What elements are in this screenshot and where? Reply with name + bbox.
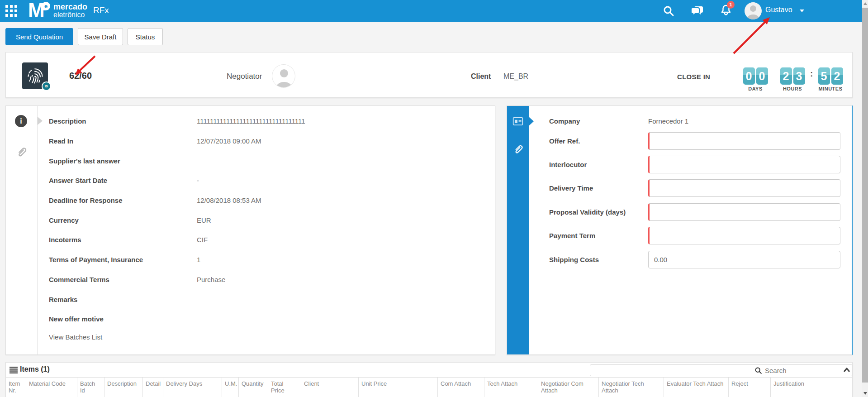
col-description: Description bbox=[104, 378, 143, 397]
countdown-minutes: 5 2 MINUTES bbox=[817, 67, 844, 91]
items-table-header: Item Nr. Material Code Batch Id Descript… bbox=[6, 378, 852, 397]
col-reject: Reject bbox=[729, 378, 771, 397]
countdown-hours: 2 3 HOURS bbox=[779, 67, 806, 91]
quotation-form-tab-icon[interactable] bbox=[512, 115, 524, 127]
col-justification: Justification bbox=[771, 378, 853, 397]
app-title: RFx bbox=[93, 5, 109, 15]
id-badge: ID bbox=[42, 81, 51, 91]
col-batch-id: Batch Id bbox=[77, 378, 104, 397]
brand-name: mercado eletrônico bbox=[53, 3, 87, 19]
field-row-deadline: Deadline for Response12/08/2018 08:53 AM bbox=[49, 191, 486, 210]
field-row-description: Description11111111111111111111111111111… bbox=[49, 111, 486, 131]
collapse-items-chevron-up-icon[interactable] bbox=[843, 367, 850, 373]
attachments-tab-icon[interactable] bbox=[15, 146, 28, 158]
client-label: Client bbox=[471, 72, 491, 81]
user-avatar[interactable] bbox=[745, 2, 762, 19]
field-row-new-offer-motive: New offer motive bbox=[49, 309, 486, 329]
close-in-label: CLOSE IN bbox=[677, 73, 710, 81]
app-grid-icon[interactable] bbox=[5, 5, 17, 17]
col-item-nr: Item Nr. bbox=[6, 378, 26, 397]
col-material-code: Material Code bbox=[26, 378, 77, 397]
items-header-row: Items (1) bbox=[6, 363, 852, 378]
rfx-page: M e mercado eletrônico RFx 1 bbox=[0, 0, 868, 397]
interlocutor-field[interactable] bbox=[648, 156, 840, 173]
search-icon bbox=[754, 367, 762, 374]
col-com-attach: Com Attach bbox=[438, 378, 484, 397]
list-icon bbox=[9, 367, 18, 373]
field-row-supplier-last-answer: Supplier's last answer bbox=[49, 151, 486, 171]
negotiator-avatar bbox=[272, 64, 295, 88]
company-row: Company Fornecedor 1 bbox=[549, 112, 840, 130]
user-menu[interactable]: Gustavo bbox=[765, 6, 792, 14]
interlocutor-row: Interlocutor bbox=[549, 156, 840, 173]
chevron-down-icon[interactable] bbox=[800, 10, 804, 12]
col-tech-attach: Tech Attach bbox=[484, 378, 538, 397]
col-quantity: Quantity bbox=[239, 378, 268, 397]
items-section: Items (1) Item Nr. Material Code Batch I… bbox=[5, 362, 853, 397]
col-detail: Detail bbox=[143, 378, 163, 397]
delivery-time-row: Delivery Time bbox=[549, 179, 840, 197]
rfx-number: 62/60 bbox=[69, 71, 92, 81]
col-client: Client bbox=[301, 378, 359, 397]
client-value: ME_BR bbox=[503, 72, 528, 81]
shipping-costs-field[interactable] bbox=[648, 251, 840, 268]
fingerprint-id-icon: ID bbox=[22, 62, 48, 89]
col-negotiatior-com-attach: Negotiatior Com Attach bbox=[538, 378, 599, 397]
col-um: U.M. bbox=[222, 378, 239, 397]
field-row-incoterms: IncotermsCIF bbox=[49, 230, 486, 250]
quotation-form-panel: Company Fornecedor 1 Offer Ref. Interloc… bbox=[507, 105, 853, 355]
notification-count-badge: 1 bbox=[727, 1, 735, 9]
details-tab-rail: i bbox=[6, 106, 38, 354]
info-tab-icon[interactable]: i bbox=[15, 115, 27, 127]
scrollbar-up-arrow[interactable] bbox=[862, 0, 868, 8]
shipping-costs-row: Shipping Costs bbox=[549, 251, 840, 268]
offer-ref-field[interactable] bbox=[648, 132, 840, 150]
proposal-validity-row: Proposal Validity (days) bbox=[549, 203, 840, 221]
notifications-bell-icon[interactable]: 1 bbox=[720, 4, 733, 18]
field-row-remarks: Remarks bbox=[49, 289, 486, 309]
negotiator-label: Negotiator bbox=[227, 72, 262, 81]
field-row-answer-start-date: Answer Start Date- bbox=[49, 171, 486, 191]
payment-term-row: Payment Term bbox=[549, 227, 840, 244]
countdown-days: 0 0 DAYS bbox=[742, 67, 768, 91]
scrollbar-thumb[interactable] bbox=[862, 8, 868, 383]
company-value: Fornecedor 1 bbox=[648, 117, 688, 125]
rfx-summary-bar: ID 62/60 Negotiator Client ME_BR CLOSE I… bbox=[5, 52, 853, 98]
field-row-currency: CurrencyEUR bbox=[49, 210, 486, 230]
field-row-commercial-terms: Commercial TermsPurchase bbox=[49, 270, 486, 290]
send-quotation-button[interactable]: Send Quotation bbox=[5, 28, 73, 45]
status-button[interactable]: Status bbox=[128, 28, 163, 45]
field-row-read-in: Read In12/07/2018 09:00 AM bbox=[49, 131, 486, 151]
vertical-scrollbar[interactable] bbox=[862, 0, 868, 397]
scrollbar-down-arrow[interactable] bbox=[862, 389, 868, 397]
col-delivery-days: Delivery Days bbox=[163, 378, 222, 397]
quotation-tab-rail bbox=[507, 106, 529, 354]
col-unit-price: Unit Price bbox=[359, 378, 438, 397]
col-negotiatior-tech-attach: Negotiatior Tech Attach bbox=[599, 378, 664, 397]
items-search-input[interactable] bbox=[765, 367, 819, 374]
payment-term-field[interactable] bbox=[648, 227, 840, 244]
proposal-validity-field[interactable] bbox=[648, 203, 840, 221]
active-tab-pointer bbox=[38, 117, 43, 125]
mercado-eletronico-logo-icon[interactable]: M e bbox=[28, 1, 51, 21]
rfx-details-panel: i Description111111111111111111111111111… bbox=[5, 105, 495, 355]
countdown-separator: : bbox=[810, 69, 813, 79]
active-tab-pointer bbox=[529, 117, 534, 126]
search-icon[interactable] bbox=[662, 5, 675, 17]
offer-ref-row: Offer Ref. bbox=[549, 132, 840, 150]
top-navigation-bar: M e mercado eletrônico RFx 1 bbox=[0, 0, 868, 22]
save-draft-button[interactable]: Save Draft bbox=[78, 28, 123, 45]
field-row-terms-of-payment: Terms of Payment, Insurance1 bbox=[49, 250, 486, 270]
delivery-time-field[interactable] bbox=[648, 179, 840, 197]
col-evaluator-tech-attach: Evaluator Tech Attach bbox=[664, 378, 729, 397]
items-count-title: Items (1) bbox=[20, 365, 50, 373]
chat-icon[interactable] bbox=[691, 5, 704, 17]
view-batches-list-link[interactable]: View Batches List bbox=[49, 333, 102, 341]
attachments-tab-icon[interactable] bbox=[512, 143, 524, 155]
items-search-box bbox=[590, 364, 853, 376]
col-total-price: Total Price bbox=[268, 378, 301, 397]
